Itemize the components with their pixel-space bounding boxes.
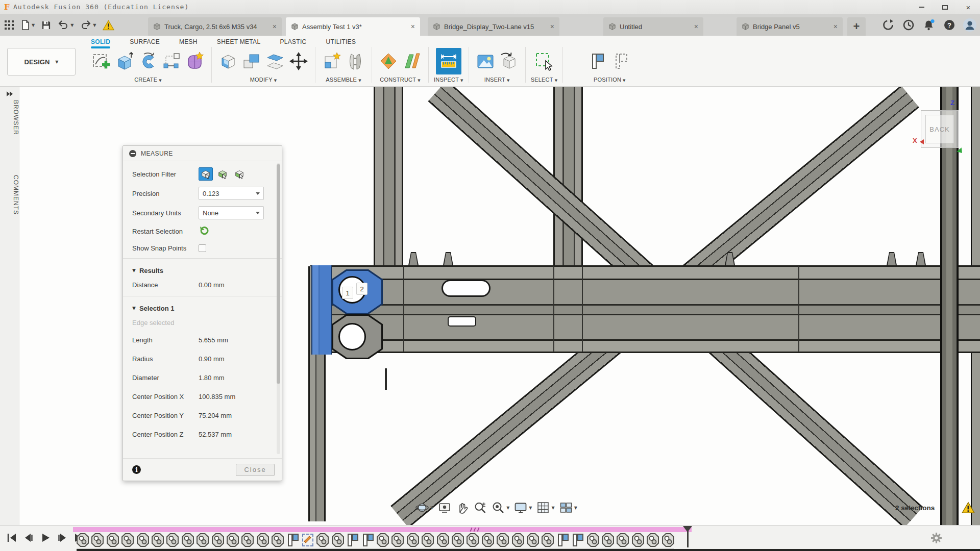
vertical-post-beam[interactable] — [374, 87, 403, 266]
app-grid-icon[interactable] — [4, 17, 14, 33]
timeline-item-joint[interactable] — [197, 533, 209, 547]
capture-position-icon[interactable] — [586, 48, 609, 74]
timeline-item-joint[interactable] — [662, 533, 674, 547]
filter-body-icon[interactable] — [215, 167, 230, 181]
timeline-item-joint[interactable] — [467, 533, 479, 547]
timeline-item-flag[interactable] — [287, 533, 299, 547]
timeline-item-joint[interactable] — [542, 533, 554, 547]
main-chord-beam[interactable] — [310, 265, 980, 353]
extensions-icon[interactable] — [881, 18, 895, 32]
timeline-item-joint[interactable] — [602, 533, 614, 547]
step-forward-icon[interactable] — [57, 532, 68, 545]
timeline-item-joint[interactable] — [422, 533, 434, 547]
help-icon[interactable]: ? — [942, 18, 957, 32]
minimize-icon[interactable] — [910, 0, 933, 14]
press-pull-icon[interactable] — [217, 48, 239, 74]
zoom-icon[interactable] — [474, 501, 487, 514]
timeline-item-joint[interactable] — [107, 533, 119, 547]
selected-plate[interactable] — [311, 265, 332, 355]
timeline-item-sketch[interactable] — [302, 533, 314, 547]
filter-component-icon[interactable] — [232, 167, 247, 181]
timeline-item-joint[interactable] — [257, 533, 269, 547]
timeline-item-joint[interactable] — [227, 533, 239, 547]
vertical-post-beam[interactable] — [553, 87, 583, 266]
account-icon[interactable] — [963, 18, 977, 32]
look-at-icon[interactable] — [438, 501, 451, 514]
ribbon-group-label[interactable]: MODIFY▼ — [250, 77, 277, 83]
extrude-icon[interactable] — [113, 48, 136, 74]
offset-plane-icon[interactable] — [377, 48, 400, 74]
viewports-icon[interactable]: ▼ — [559, 501, 577, 514]
timeline-item-flag[interactable] — [572, 533, 584, 547]
show-snap-points-checkbox[interactable] — [199, 244, 206, 252]
ribbon-group-label[interactable]: INSERT▼ — [484, 77, 510, 83]
save-icon[interactable] — [41, 17, 51, 33]
timeline-item-joint[interactable] — [497, 533, 509, 547]
bracket[interactable] — [332, 314, 383, 359]
move-copy-icon[interactable] — [287, 48, 310, 74]
go-to-start-icon[interactable] — [6, 532, 17, 545]
document-tab[interactable]: Truck, Cargo, 2.5t 6x6 M35 v34× — [148, 17, 282, 36]
timeline-item-joint[interactable] — [272, 533, 284, 547]
expand-panel-icon[interactable] — [6, 91, 14, 97]
scrollbar-thumb[interactable] — [277, 164, 280, 384]
document-tab[interactable]: Untitled× — [603, 17, 703, 36]
ribbon-group-label[interactable]: CREATE▼ — [134, 77, 162, 83]
close-icon[interactable]: × — [957, 0, 980, 14]
bolt-pin[interactable] — [916, 252, 926, 265]
timeline-item-joint[interactable] — [617, 533, 629, 547]
bolt-pin[interactable] — [408, 252, 419, 265]
warning-icon[interactable] — [962, 502, 975, 516]
timeline-item-joint[interactable] — [212, 533, 224, 547]
document-tab[interactable]: Assembly Test 1 v3*× — [286, 17, 420, 36]
timeline-item-joint[interactable] — [241, 533, 254, 547]
timeline-item-joint[interactable] — [316, 533, 329, 547]
comments-panel-tab[interactable]: COMMENTS — [0, 175, 19, 215]
timeline-item-joint[interactable] — [121, 533, 134, 547]
timeline-item-joint[interactable] — [137, 533, 149, 547]
redo-icon[interactable]: ▼ — [80, 17, 96, 33]
recent-icon[interactable] — [901, 18, 916, 32]
view-cube[interactable]: BACK — [921, 110, 959, 148]
insert-derive-icon[interactable] — [498, 48, 520, 74]
timeline-item-joint[interactable] — [527, 533, 539, 547]
measure-dialog-header[interactable]: MEASURE — [123, 146, 282, 161]
job-status-warning-icon[interactable] — [103, 17, 114, 33]
timeline-group-bar[interactable] — [73, 527, 692, 532]
view-cube-face[interactable]: BACK — [925, 115, 954, 143]
revert-position-icon[interactable] — [610, 48, 632, 74]
timeline-item-joint[interactable] — [647, 533, 659, 547]
undo-icon[interactable]: ▼ — [58, 17, 74, 33]
close-tab-icon[interactable]: × — [549, 22, 555, 31]
slot-hole[interactable] — [442, 280, 491, 297]
dark-vertical-beam[interactable] — [940, 87, 959, 525]
close-tab-icon[interactable]: × — [410, 22, 416, 31]
browser-panel-tab[interactable]: BROWSER — [0, 100, 19, 135]
orbit-icon[interactable]: ▼ — [415, 501, 433, 514]
maximize-icon[interactable] — [933, 0, 957, 14]
filter-edge-icon[interactable] — [199, 167, 213, 181]
create-form-icon[interactable] — [184, 48, 206, 74]
timeline-item-joint[interactable] — [437, 533, 449, 547]
measure-icon[interactable] — [436, 48, 461, 74]
play-icon[interactable] — [40, 532, 51, 545]
new-tab-button[interactable]: + — [847, 17, 866, 36]
timeline-item-joint[interactable] — [377, 533, 389, 547]
precision-dropdown[interactable]: 0.123 — [199, 187, 264, 200]
document-tab[interactable]: Bridge_Display_Two-Lane v15× — [428, 17, 559, 36]
close-tab-icon[interactable]: × — [693, 22, 699, 31]
grid-snap-icon[interactable]: ▼ — [536, 501, 554, 514]
timeline-settings-gear-icon[interactable] — [930, 532, 942, 546]
timeline-item-joint[interactable] — [77, 533, 89, 547]
collapse-dialog-icon[interactable] — [129, 150, 136, 157]
timeline-item-flag[interactable] — [362, 533, 374, 547]
bolt-pin[interactable] — [887, 252, 897, 265]
ribbon-group-label[interactable]: POSITION▼ — [594, 77, 626, 83]
timeline-item-joint[interactable] — [332, 533, 344, 547]
file-new-icon[interactable]: ▼ — [21, 17, 35, 33]
timeline-item-joint[interactable] — [152, 533, 164, 547]
ribbon-group-label[interactable]: CONSTRUCT▼ — [380, 77, 420, 83]
info-icon[interactable]: i — [132, 465, 141, 474]
create-sketch-icon[interactable] — [90, 48, 112, 74]
ribbon-group-label[interactable]: SELECT▼ — [531, 77, 558, 83]
